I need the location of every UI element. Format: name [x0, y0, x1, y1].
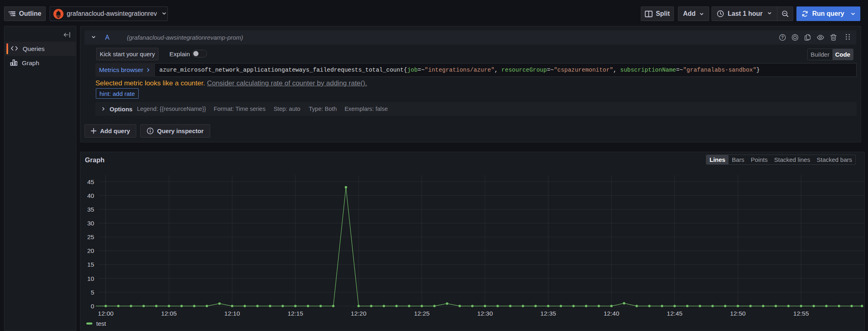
svg-text:12:30: 12:30: [477, 310, 493, 317]
svg-text:30: 30: [87, 220, 95, 227]
svg-text:10: 10: [87, 275, 95, 282]
svg-text:12:05: 12:05: [161, 310, 177, 317]
svg-text:12:15: 12:15: [287, 310, 303, 317]
svg-text:12:45: 12:45: [667, 310, 682, 317]
svg-text:15: 15: [87, 261, 94, 268]
svg-text:45: 45: [87, 178, 94, 185]
svg-text:20: 20: [87, 247, 95, 254]
svg-text:test: test: [96, 320, 106, 327]
svg-text:12:10: 12:10: [224, 310, 240, 317]
svg-text:0: 0: [91, 303, 94, 310]
svg-text:12:20: 12:20: [351, 310, 367, 317]
svg-text:12:25: 12:25: [414, 310, 430, 317]
svg-text:35: 35: [87, 206, 94, 213]
svg-text:5: 5: [91, 289, 94, 296]
svg-text:12:50: 12:50: [730, 310, 746, 317]
svg-text:25: 25: [87, 233, 94, 240]
svg-text:12:00: 12:00: [98, 310, 114, 317]
svg-text:40: 40: [87, 192, 95, 199]
svg-text:?: ?: [781, 35, 784, 40]
svg-text:12:35: 12:35: [541, 310, 556, 317]
svg-text:12:55: 12:55: [793, 310, 809, 317]
svg-text:12:40: 12:40: [604, 310, 619, 317]
